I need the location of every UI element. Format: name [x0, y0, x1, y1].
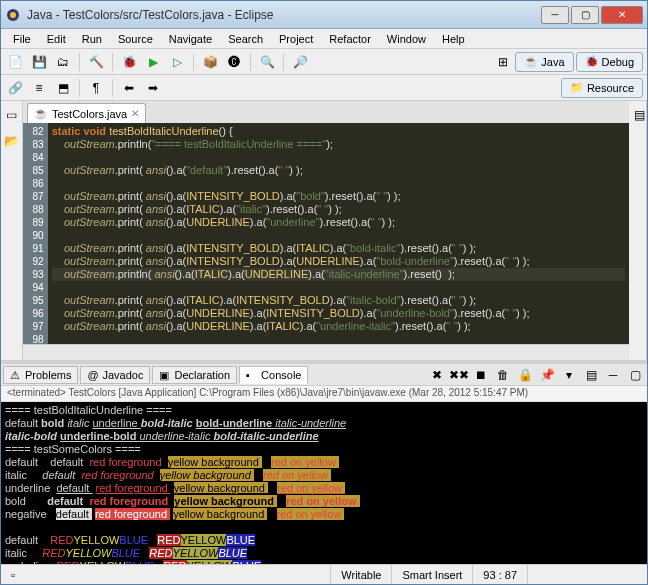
remove-launch-icon[interactable]: ✖: [427, 365, 447, 385]
secondary-toolbar: 🔗 ≡ ⬒ ¶ ⬅ ➡ 📁Resource: [1, 75, 647, 101]
toggle-breadcrumb-icon[interactable]: ≡: [29, 78, 49, 98]
svg-point-1: [10, 12, 16, 18]
run-last-icon[interactable]: ▷: [167, 52, 187, 72]
mark-occurrences-icon[interactable]: ⬒: [53, 78, 73, 98]
tab-declaration[interactable]: ▣Declaration: [152, 366, 237, 384]
titlebar[interactable]: Java - TestColors/src/TestColors.java - …: [1, 1, 647, 29]
menu-project[interactable]: Project: [271, 31, 321, 47]
problems-icon: ⚠: [10, 369, 22, 381]
maximize-button[interactable]: ▢: [571, 6, 599, 24]
statusbar: ▫ Writable Smart Insert 93 : 87: [1, 564, 647, 584]
maximize-view-icon[interactable]: ▢: [625, 365, 645, 385]
menu-run[interactable]: Run: [74, 31, 110, 47]
separator: [79, 53, 80, 71]
build-icon[interactable]: 🔨: [86, 52, 106, 72]
separator: [112, 53, 113, 71]
bug-icon: 🐞: [585, 55, 599, 68]
window-title: Java - TestColors/src/TestColors.java - …: [27, 8, 539, 22]
menu-navigate[interactable]: Navigate: [161, 31, 220, 47]
perspective-resource[interactable]: 📁Resource: [561, 78, 643, 98]
javadoc-icon: @: [87, 369, 99, 381]
console-toolbar: ✖ ✖✖ ⏹ 🗑 🔒 📌 ▾ ▤ ─ ▢: [427, 365, 645, 385]
tab-console[interactable]: ▪Console: [239, 366, 308, 384]
menu-file[interactable]: File: [5, 31, 39, 47]
code-editor[interactable]: 828384858687888990919293949596979899100 …: [23, 123, 629, 344]
new-class-icon[interactable]: 🅒: [224, 52, 244, 72]
left-trim: ▭ 📂: [1, 101, 23, 360]
status-icon: ▫: [1, 565, 31, 584]
console-icon: ▪: [246, 369, 258, 381]
separator: [193, 53, 194, 71]
java-icon: ☕: [524, 55, 538, 68]
new-package-icon[interactable]: 📦: [200, 52, 220, 72]
separator: [283, 53, 284, 71]
tab-javadoc[interactable]: @Javadoc: [80, 366, 150, 384]
perspective-switcher: ⊞ ☕Java 🐞Debug: [493, 52, 643, 72]
minimize-button[interactable]: ─: [541, 6, 569, 24]
code-content[interactable]: static void testBoldItalicUnderline() { …: [48, 123, 629, 344]
restore-icon[interactable]: ▭: [1, 105, 21, 125]
tab-problems[interactable]: ⚠Problems: [3, 366, 78, 384]
menu-refactor[interactable]: Refactor: [321, 31, 379, 47]
close-button[interactable]: ✕: [601, 6, 643, 24]
perspective-debug[interactable]: 🐞Debug: [576, 52, 643, 72]
close-tab-icon[interactable]: ✕: [131, 108, 139, 119]
editor-tabbar: ☕ TestColors.java ✕: [23, 101, 629, 123]
back-icon[interactable]: ⬅: [119, 78, 139, 98]
display-console-icon[interactable]: ▾: [559, 365, 579, 385]
menu-search[interactable]: Search: [220, 31, 271, 47]
separator: [79, 79, 80, 97]
horizontal-scrollbar[interactable]: [23, 344, 629, 360]
package-explorer-icon[interactable]: 📂: [1, 131, 21, 151]
debug-icon[interactable]: 🐞: [119, 52, 139, 72]
bottom-panel: ⚠Problems @Javadoc ▣Declaration ▪Console…: [1, 364, 647, 564]
save-all-icon[interactable]: 🗂: [53, 52, 73, 72]
separator: [112, 79, 113, 97]
java-file-icon: ☕: [34, 107, 48, 120]
clear-console-icon[interactable]: 🗑: [493, 365, 513, 385]
menu-help[interactable]: Help: [434, 31, 473, 47]
outline-icon[interactable]: ▤: [629, 105, 647, 125]
minimize-view-icon[interactable]: ─: [603, 365, 623, 385]
status-writable: Writable: [330, 565, 391, 584]
terminate-icon[interactable]: ⏹: [471, 365, 491, 385]
open-console-icon[interactable]: ▤: [581, 365, 601, 385]
menu-edit[interactable]: Edit: [39, 31, 74, 47]
save-icon[interactable]: 💾: [29, 52, 49, 72]
pin-console-icon[interactable]: 📌: [537, 365, 557, 385]
separator: [250, 53, 251, 71]
right-trim: ▤: [629, 101, 647, 360]
remove-all-icon[interactable]: ✖✖: [449, 365, 469, 385]
new-icon[interactable]: 📄: [5, 52, 25, 72]
editor-tab-label: TestColors.java: [52, 108, 127, 120]
folder-icon: 📁: [570, 81, 584, 94]
console-output[interactable]: ==== testBoldItalicUnderline ====default…: [1, 402, 647, 564]
open-perspective-icon[interactable]: ⊞: [493, 52, 513, 72]
declaration-icon: ▣: [159, 369, 171, 381]
perspective-java[interactable]: ☕Java: [515, 52, 573, 72]
status-insert: Smart Insert: [391, 565, 472, 584]
run-icon[interactable]: ▶: [143, 52, 163, 72]
line-numbers: 828384858687888990919293949596979899100: [23, 123, 48, 344]
eclipse-icon: [5, 7, 21, 23]
show-whitespace-icon[interactable]: ¶: [86, 78, 106, 98]
link-icon[interactable]: 🔗: [5, 78, 25, 98]
status-position: 93 : 87: [472, 565, 527, 584]
menu-window[interactable]: Window: [379, 31, 434, 47]
console-process-label: <terminated> TestColors [Java Applicatio…: [1, 386, 647, 402]
editor-stack: ☕ TestColors.java ✕ 82838485868788899091…: [23, 101, 629, 360]
search-icon[interactable]: 🔎: [290, 52, 310, 72]
menu-source[interactable]: Source: [110, 31, 161, 47]
forward-icon[interactable]: ➡: [143, 78, 163, 98]
editor-tab[interactable]: ☕ TestColors.java ✕: [27, 103, 146, 123]
menubar: File Edit Run Source Navigate Search Pro…: [1, 29, 647, 49]
eclipse-window: Java - TestColors/src/TestColors.java - …: [0, 0, 648, 585]
bottom-tabbar: ⚠Problems @Javadoc ▣Declaration ▪Console…: [1, 364, 647, 386]
editor-area: ▭ 📂 ☕ TestColors.java ✕ 8283848586878889…: [1, 101, 647, 360]
main-toolbar: 📄 💾 🗂 🔨 🐞 ▶ ▷ 📦 🅒 🔍 🔎 ⊞ ☕Java 🐞Debug: [1, 49, 647, 75]
scroll-lock-icon[interactable]: 🔒: [515, 365, 535, 385]
open-type-icon[interactable]: 🔍: [257, 52, 277, 72]
